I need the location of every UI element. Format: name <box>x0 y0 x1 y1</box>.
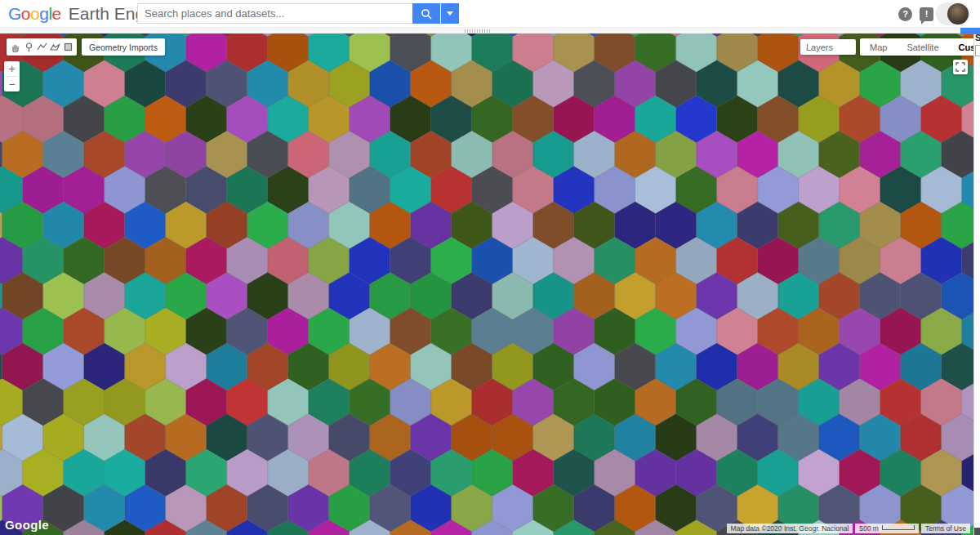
logo-letter: o <box>30 4 39 23</box>
search-button[interactable] <box>412 3 440 24</box>
drag-handle[interactable] <box>464 29 492 33</box>
map-data-attribution: Map data ©2020 Inst. Geogr. Nacional <box>727 524 853 533</box>
geometry-toolbar <box>7 38 77 56</box>
rectangle-icon <box>64 42 73 51</box>
draw-polygon-tool[interactable] <box>48 38 61 56</box>
fullscreen-button[interactable] <box>953 60 968 74</box>
avatar[interactable] <box>947 3 969 25</box>
search-input[interactable] <box>137 3 412 24</box>
map-canvas[interactable]: Geometry Imports Layers Map Satellite Cu… <box>0 33 980 535</box>
marker-pin-icon <box>24 42 33 52</box>
logo-letter: g <box>39 4 48 23</box>
logo-letter: G <box>8 4 21 23</box>
google-logo: Google <box>8 4 61 24</box>
logo-letter: e <box>52 4 61 23</box>
hexagon-overlay[interactable] <box>0 33 980 535</box>
scale-label: 500 m <box>859 524 879 533</box>
search-bar <box>137 3 459 24</box>
header-actions: ? ! <box>898 2 970 25</box>
basemap-switcher: Map Satellite Custom <box>860 38 980 56</box>
side-panel-letter: S <box>975 33 980 42</box>
hand-icon <box>11 42 20 52</box>
help-icon[interactable]: ? <box>898 7 912 21</box>
scrollbar-corner <box>974 528 980 535</box>
scale-bar <box>882 525 915 530</box>
polyline-icon <box>37 42 47 51</box>
chevron-down-icon <box>447 11 453 16</box>
zoom-out-button[interactable]: − <box>4 77 20 91</box>
app-header: Google Earth Engine ? ! <box>0 0 980 27</box>
google-watermark: Google <box>5 518 49 532</box>
terms-of-use-link[interactable]: Terms of Use <box>921 524 970 533</box>
layers-button[interactable]: Layers <box>800 39 856 55</box>
zoom-in-button[interactable]: + <box>4 61 20 76</box>
draw-line-tool[interactable] <box>35 38 48 56</box>
account-pill <box>936 2 970 25</box>
point-marker-tool[interactable] <box>22 38 35 56</box>
search-options-dropdown[interactable] <box>441 3 459 24</box>
polygon-icon <box>50 42 60 51</box>
geometry-imports-button[interactable]: Geometry Imports <box>82 38 165 56</box>
panel-accent-bar <box>960 28 980 34</box>
basemap-tab-satellite[interactable]: Satellite <box>897 38 948 56</box>
fullscreen-icon <box>956 62 965 72</box>
logo-letter: o <box>21 4 30 23</box>
basemap-tab-map[interactable]: Map <box>860 38 897 56</box>
side-panel-button-edge <box>975 45 980 56</box>
pan-hand-tool[interactable] <box>9 38 22 56</box>
panel-divider-strip <box>0 27 980 33</box>
feedback-icon[interactable]: ! <box>920 7 933 21</box>
collapsed-side-panel[interactable]: S <box>973 33 980 535</box>
map-attribution: Map data ©2020 Inst. Geogr. Nacional 500… <box>727 524 970 533</box>
zoom-control: + − <box>4 61 20 91</box>
scale-control: 500 m <box>855 524 919 533</box>
search-icon <box>421 8 432 20</box>
draw-rectangle-tool[interactable] <box>61 38 74 56</box>
